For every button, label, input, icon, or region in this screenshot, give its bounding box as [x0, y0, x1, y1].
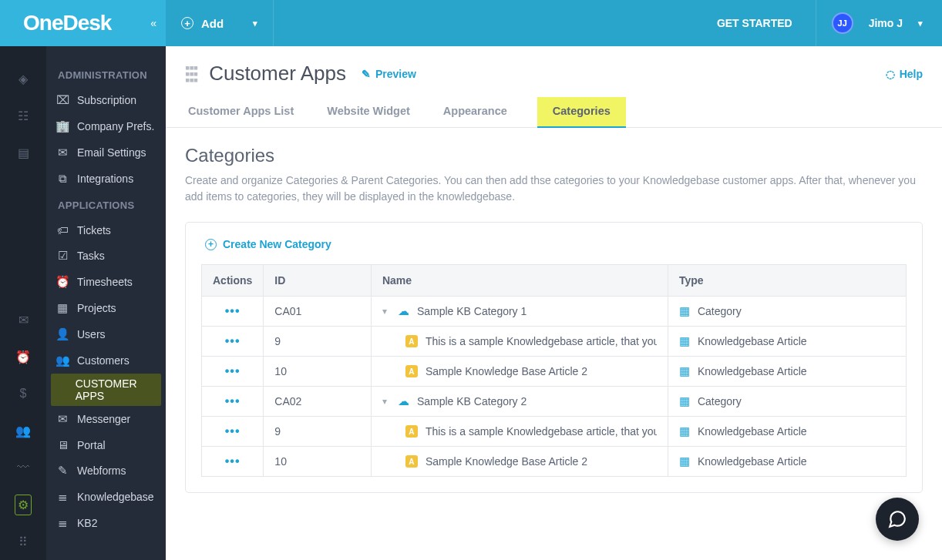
- table-row: ••• CA01 ▾☁Sample KB Category 1 ▦Categor…: [202, 297, 907, 327]
- sidebar-item-kb2[interactable]: ≣KB2: [46, 510, 166, 536]
- row-id: 10: [264, 357, 372, 387]
- section-description: Create and organize Categories & Parent …: [185, 173, 923, 205]
- sidebar-item-users[interactable]: 👤Users: [46, 321, 166, 347]
- help-icon: ◌: [886, 68, 895, 80]
- grid-icon[interactable]: ▪▪▪▪▪▪▪▪▪: [185, 65, 197, 83]
- sidebar-item-projects[interactable]: ▦Projects: [46, 295, 166, 321]
- col-id: ID: [264, 265, 372, 297]
- sidebar-item-label: Users: [77, 328, 106, 340]
- collapse-sidebar-button[interactable]: «: [150, 17, 156, 29]
- sidebar-item-icon: ✉: [56, 412, 69, 426]
- rail-chat-icon[interactable]: ✉: [0, 301, 46, 338]
- row-id: 9: [264, 327, 372, 357]
- sidebar-item-tickets[interactable]: 🏷Tickets: [46, 217, 166, 243]
- row-type: Knowledgebase Article: [698, 335, 807, 347]
- row-actions-button[interactable]: •••: [225, 424, 241, 438]
- rail-activity-icon[interactable]: 〰: [0, 449, 46, 486]
- chevron-down-icon[interactable]: ▾: [382, 306, 387, 317]
- page-title: Customer Apps: [209, 62, 346, 86]
- table-row: ••• 9 AThis is a sample Knowledgebase ar…: [202, 327, 907, 357]
- rail-money-icon[interactable]: $: [0, 375, 46, 412]
- rail-pin-icon[interactable]: ◈: [0, 60, 46, 97]
- sidebar-item-company-prefs-[interactable]: 🏢Company Prefs.: [46, 113, 166, 139]
- row-actions-button[interactable]: •••: [225, 334, 241, 347]
- sidebar-item-customer-apps[interactable]: CUSTOMER APPS: [51, 374, 161, 406]
- sidebar-item-label: Webforms: [77, 464, 126, 477]
- row-name[interactable]: This is a sample Knowledgebase article, …: [426, 425, 657, 438]
- sidebar-item-label: Messenger: [77, 413, 130, 425]
- category-icon: ☁: [398, 304, 409, 318]
- sidebar-item-label: KB2: [77, 517, 97, 529]
- row-actions-button[interactable]: •••: [225, 454, 241, 468]
- row-actions-button[interactable]: •••: [225, 304, 241, 317]
- preview-link[interactable]: ✎ Preview: [362, 68, 416, 80]
- type-icon: ▦: [679, 454, 690, 468]
- rail-people-icon[interactable]: 👥: [0, 412, 46, 449]
- row-id: CA01: [264, 297, 372, 327]
- sidebar-item-knowledgebase[interactable]: ≣Knowledgebase: [46, 484, 166, 510]
- help-link[interactable]: ◌ Help: [886, 68, 923, 80]
- logo[interactable]: OneDesk: [23, 11, 111, 35]
- get-started-button[interactable]: GET STARTED: [694, 0, 816, 46]
- chevron-down-icon: ▾: [918, 18, 923, 29]
- sidebar: ADMINISTRATION ⌧Subscription🏢Company Pre…: [46, 46, 166, 560]
- article-icon: A: [405, 335, 418, 347]
- sidebar-item-timesheets[interactable]: ⏰Timesheets: [46, 269, 166, 295]
- sidebar-section-admin: ADMINISTRATION: [46, 62, 166, 87]
- top-header: OneDesk « + Add ▾ GET STARTED JJ Jimo J …: [0, 0, 942, 46]
- sidebar-item-icon: ▦: [56, 301, 69, 315]
- sidebar-item-icon: ≣: [56, 516, 69, 530]
- row-name[interactable]: Sample KB Category 2: [417, 395, 527, 407]
- sidebar-item-label: Email Settings: [77, 146, 146, 159]
- icon-rail: ◈ ☷ ▤ ✉ ⏰ $ 👥 〰 ⚙ ⠿: [0, 46, 46, 560]
- chevron-down-icon[interactable]: ▾: [382, 396, 387, 407]
- col-actions: Actions: [202, 265, 264, 297]
- avatar[interactable]: JJ: [832, 12, 853, 34]
- table-row: ••• 9 AThis is a sample Knowledgebase ar…: [202, 417, 907, 447]
- chat-fab[interactable]: [876, 498, 919, 541]
- sidebar-item-subscription[interactable]: ⌧Subscription: [46, 87, 166, 113]
- row-actions-button[interactable]: •••: [225, 394, 241, 407]
- user-menu[interactable]: Jimo J ▾: [869, 17, 942, 29]
- rail-clock-icon[interactable]: ⏰: [0, 338, 46, 375]
- rail-settings-icon[interactable]: ⚙: [0, 486, 46, 523]
- sidebar-item-customers[interactable]: 👥Customers: [46, 347, 166, 374]
- sidebar-item-icon: ✉: [56, 146, 69, 159]
- sidebar-item-integrations[interactable]: ⧉Integrations: [46, 166, 166, 192]
- add-label: Add: [201, 17, 224, 30]
- sidebar-item-icon: ⏰: [56, 275, 69, 289]
- chevron-down-icon: ▾: [253, 18, 257, 29]
- add-button[interactable]: + Add ▾: [166, 0, 274, 46]
- sidebar-item-portal[interactable]: 🖥Portal: [46, 432, 166, 458]
- row-name[interactable]: This is a sample Knowledgebase article, …: [426, 335, 657, 347]
- sidebar-item-icon: ≣: [56, 490, 69, 504]
- rail-list-icon[interactable]: ☷: [0, 97, 46, 134]
- sidebar-item-label: Projects: [77, 302, 116, 314]
- row-actions-button[interactable]: •••: [225, 364, 241, 377]
- rail-doc-icon[interactable]: ▤: [0, 134, 46, 171]
- row-type: Category: [698, 305, 742, 317]
- rail-apps-icon[interactable]: ⠿: [0, 523, 46, 560]
- sidebar-item-icon: 🏢: [56, 119, 69, 133]
- type-icon: ▦: [679, 424, 690, 438]
- row-name[interactable]: Sample KB Category 1: [417, 305, 527, 317]
- sidebar-item-email-settings[interactable]: ✉Email Settings: [46, 139, 166, 166]
- sidebar-item-label: Tasks: [77, 250, 105, 262]
- type-icon: ▦: [679, 394, 690, 408]
- create-category-button[interactable]: + Create New Category: [205, 238, 907, 250]
- categories-table: Actions ID Name Type ••• CA01 ▾☁Sample K…: [201, 264, 907, 477]
- tab-website-widget[interactable]: Website Widget: [324, 97, 413, 127]
- row-type: Knowledgebase Article: [698, 455, 807, 468]
- row-name[interactable]: Sample Knowledge Base Article 2: [426, 455, 587, 468]
- sidebar-item-webforms[interactable]: ✎Webforms: [46, 458, 166, 484]
- article-icon: A: [405, 365, 418, 377]
- sidebar-item-messenger[interactable]: ✉Messenger: [46, 406, 166, 432]
- tab-appearance[interactable]: Appearance: [440, 97, 510, 127]
- sidebar-item-tasks[interactable]: ☑Tasks: [46, 243, 166, 269]
- sidebar-section-apps: APPLICATIONS: [46, 192, 166, 217]
- row-type: Knowledgebase Article: [698, 425, 807, 438]
- tab-customer-apps-list[interactable]: Customer Apps List: [185, 97, 297, 127]
- sidebar-item-icon: 🏷: [56, 223, 69, 236]
- row-name[interactable]: Sample Knowledge Base Article 2: [426, 365, 587, 377]
- tab-categories[interactable]: Categories: [537, 97, 626, 128]
